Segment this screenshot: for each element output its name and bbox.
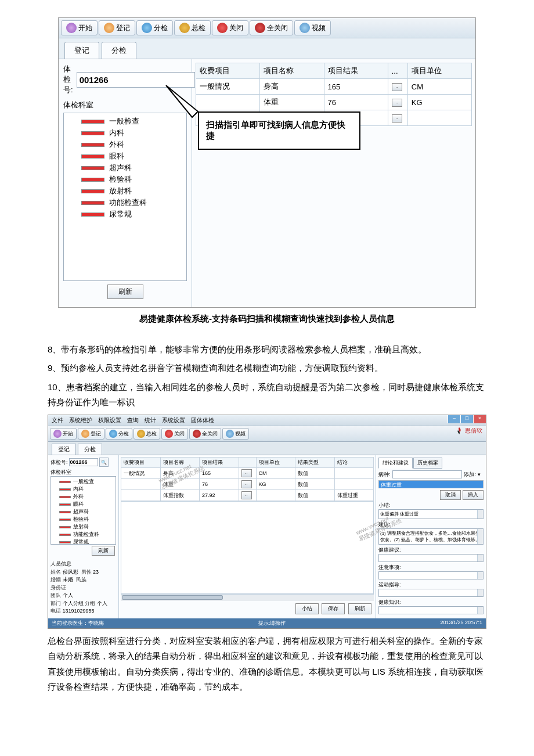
ellipsis-button[interactable]: .. — [392, 83, 402, 91]
grid-row[interactable]: 体重指数27.92..数值体重过重 — [121, 490, 374, 501]
save-button[interactable]: 保存 — [322, 603, 345, 614]
summary-box[interactable]: 体重偏胖 体重过重 — [378, 509, 484, 519]
insert-button[interactable]: 插入 — [463, 490, 484, 500]
dept-item[interactable]: 尿常规 — [59, 538, 114, 545]
tab-conclusion[interactable]: 结论和建议 — [378, 458, 413, 469]
close-all-button[interactable]: 全关闭 — [250, 20, 293, 35]
advice-box[interactable]: (1) 调整膳食合理搭配饮食，多吃…食物和水果类饮食。(2) 氨基、胡萝卜、核桃… — [378, 528, 484, 545]
ellipsis-button[interactable]: .. — [392, 114, 402, 123]
maximize-button[interactable]: □ — [460, 415, 473, 423]
col-btn — [239, 458, 256, 468]
dept-item[interactable]: 外科 — [59, 493, 114, 501]
dept-item[interactable]: 超声科 — [59, 508, 114, 516]
cell-btn[interactable]: .. — [239, 479, 256, 490]
dept-list-2: 一般检查 内科 外科 眼科 超声科 检验科 放射科 功能检查科 尿常规 — [50, 476, 116, 545]
cell-btn[interactable]: .. — [388, 95, 407, 110]
start-button-2[interactable]: 开始 — [50, 428, 77, 440]
grid-row[interactable]: 体重76..KG数值 — [121, 479, 374, 490]
grid-header: 收费项目 项目名称 项目结果 项目单位 结果类型 结论 — [121, 458, 374, 468]
scrollbar-v[interactable] — [477, 607, 483, 614]
tab-register[interactable]: 登记 — [64, 42, 99, 59]
dept-item[interactable]: 检验科 — [81, 174, 184, 185]
video-button[interactable]: 视频 — [294, 20, 331, 35]
video-button-2[interactable]: 视频 — [222, 428, 249, 440]
register-button-2[interactable]: 登记 — [78, 428, 104, 440]
table-row[interactable]: 一般情况 身高 165 .. CM — [196, 79, 472, 95]
menu-permission[interactable]: 权限设置 — [98, 416, 121, 424]
ellipsis-button[interactable]: .. — [241, 480, 252, 488]
close-all-button-2[interactable]: 全关闭 — [189, 428, 221, 440]
close-button-2[interactable]: 关闭 — [161, 428, 188, 440]
tab-register-2[interactable]: 登记 — [52, 444, 76, 455]
dept-item[interactable]: 功能检查科 — [81, 197, 184, 208]
dept-item[interactable]: 内科 — [81, 127, 184, 139]
menu-group-exam[interactable]: 团体体检 — [191, 416, 214, 424]
dept-item[interactable]: 尿常规 — [81, 208, 184, 220]
fenjian-button-2[interactable]: 分检 — [106, 428, 132, 440]
exam-grid-2: 收费项目 项目名称 项目结果 项目单位 结果类型 结论 一般情况身高165..C… — [121, 457, 374, 501]
ellipsis-button[interactable]: .. — [241, 491, 252, 499]
dept-bar-icon — [59, 511, 71, 513]
grid-row[interactable]: 一般情况身高165..CM数值 — [121, 468, 374, 479]
dept-item[interactable]: 一般检查 — [59, 478, 114, 485]
cell-unit — [407, 110, 471, 126]
zongjian-button-2[interactable]: 总检 — [134, 428, 160, 440]
table-row[interactable]: 体重 76 .. KG — [196, 95, 472, 110]
cell-btn[interactable]: .. — [388, 79, 407, 95]
disease-input[interactable] — [392, 470, 463, 478]
horizontal-scrollbar[interactable] — [121, 594, 374, 601]
dept-item[interactable]: 功能检查科 — [59, 531, 114, 538]
minimize-button[interactable]: – — [448, 415, 460, 423]
dept-item[interactable]: 超声科 — [81, 162, 184, 174]
dept-item[interactable]: 眼科 — [81, 150, 184, 162]
zongjian-button[interactable]: 总检 — [174, 20, 211, 35]
dept-status-bar — [81, 166, 104, 170]
conclusion-input[interactable]: 体重过重 — [378, 480, 484, 488]
ellipsis-button[interactable]: .. — [392, 99, 402, 107]
dept-item[interactable]: 外科 — [81, 139, 184, 150]
fenjian-button[interactable]: 分检 — [136, 20, 173, 35]
scrollbar-v[interactable] — [477, 510, 483, 519]
scrollbar-v[interactable] — [477, 589, 483, 596]
cell-btn[interactable]: .. — [239, 468, 256, 479]
cancel-button[interactable]: 取消 — [440, 490, 461, 500]
menu-stats[interactable]: 统计 — [145, 416, 156, 424]
group-value: 个人 — [97, 600, 107, 606]
refresh-button-3[interactable]: 刷新 — [348, 603, 371, 614]
dept-item[interactable]: 放射科 — [59, 523, 114, 531]
window-close-button[interactable]: × — [473, 415, 486, 423]
start-button[interactable]: 开始 — [61, 20, 98, 35]
dept-item[interactable]: 放射科 — [81, 185, 184, 197]
dept-name: 功能检查科 — [73, 531, 99, 538]
precaution-box[interactable] — [378, 571, 484, 579]
ellipsis-button[interactable]: .. — [241, 469, 252, 477]
dept-item[interactable]: 检验科 — [59, 516, 114, 523]
video-icon — [226, 430, 234, 438]
scrollbar-v[interactable] — [477, 555, 483, 561]
tab-fenjian-2[interactable]: 分检 — [78, 444, 102, 455]
scroll-thumb[interactable] — [122, 595, 223, 600]
register-button[interactable]: 登记 — [99, 20, 135, 35]
close-button[interactable]: 关闭 — [212, 20, 248, 35]
tab-history[interactable]: 历史档案 — [413, 458, 442, 469]
menu-query[interactable]: 查询 — [127, 416, 139, 424]
health-advice-box[interactable] — [378, 554, 484, 562]
dept-item[interactable]: 眼科 — [59, 501, 114, 508]
tab-fenjian[interactable]: 分检 — [102, 42, 136, 59]
scrollbar-v[interactable] — [477, 572, 483, 579]
dept-item[interactable]: 内科 — [59, 485, 114, 493]
summary-button[interactable]: 小结 — [295, 603, 319, 614]
menu-sys-maint[interactable]: 系统维护 — [69, 416, 92, 424]
refresh-button-2[interactable]: 刷新 — [92, 546, 115, 556]
cell-btn[interactable]: .. — [388, 110, 407, 126]
menu-sys-settings[interactable]: 系统设置 — [162, 416, 185, 424]
exam-number-label-2: 体检号: — [50, 459, 68, 466]
health-knowledge-box[interactable] — [378, 606, 484, 614]
menu-file[interactable]: 文件 — [52, 416, 63, 424]
search-button-2[interactable]: 🔍 — [99, 458, 109, 467]
refresh-button[interactable]: 刷新 — [107, 285, 143, 299]
scrollbar-v[interactable] — [477, 529, 483, 544]
exercise-box[interactable] — [378, 589, 484, 597]
exam-number-input-2[interactable] — [69, 458, 98, 466]
cell-btn[interactable]: .. — [239, 490, 256, 501]
